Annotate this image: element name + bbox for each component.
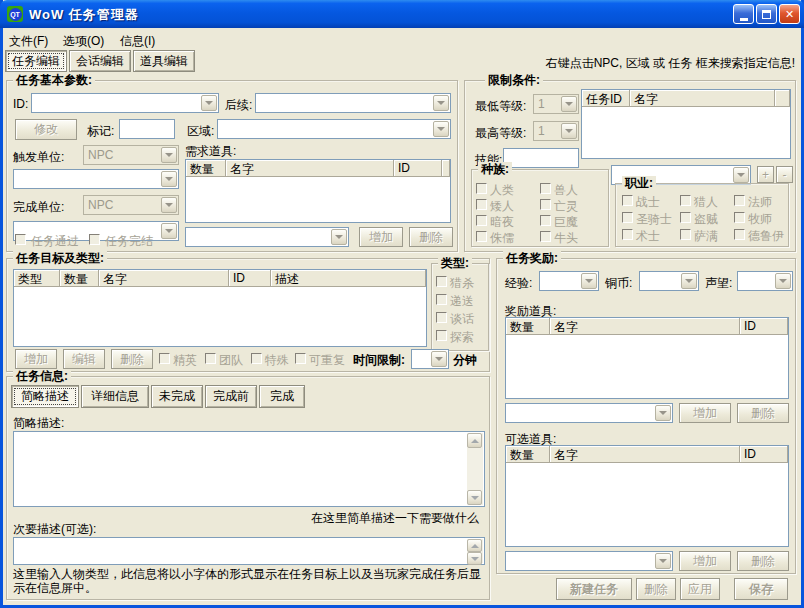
quest-id-combo[interactable]	[31, 93, 219, 113]
apply-button[interactable]: 应用	[680, 578, 720, 600]
info-tab-incomplete[interactable]: 未完成	[151, 385, 203, 408]
class-warrior-checkbox[interactable]	[622, 195, 633, 206]
race-orc-checkbox[interactable]	[540, 183, 551, 194]
race-human-checkbox[interactable]	[476, 183, 487, 194]
scroll-down-icon[interactable]	[467, 552, 482, 565]
menu-file[interactable]: 文件(F)	[9, 33, 48, 50]
class-priest-checkbox[interactable]	[734, 212, 745, 223]
info-tab-complete[interactable]: 完成	[259, 385, 305, 408]
complete-type-combo[interactable]: NPC	[83, 195, 179, 215]
scrollbar[interactable]	[467, 433, 483, 505]
optional-item-add-button[interactable]: 增加	[679, 551, 731, 571]
race-gnome-checkbox[interactable]	[476, 231, 487, 242]
menu-info[interactable]: 信息(I)	[120, 33, 155, 50]
class-mage-checkbox[interactable]	[734, 195, 745, 206]
flag-repeatable-checkbox[interactable]	[295, 353, 306, 364]
reward-item-add-button[interactable]: 增加	[679, 403, 731, 423]
scroll-up-icon[interactable]	[467, 433, 482, 448]
class-hunter-checkbox[interactable]	[680, 195, 691, 206]
column-header-desc[interactable]: 描述	[271, 270, 426, 287]
save-button[interactable]: 保存	[734, 578, 788, 600]
objective-add-button[interactable]: 增加	[15, 349, 57, 369]
close-button[interactable]: ✕	[779, 4, 800, 24]
maximize-button[interactable]	[756, 4, 777, 24]
mark-input[interactable]	[119, 119, 175, 139]
objective-delete-button[interactable]: 删除	[111, 349, 153, 369]
type-talk-checkbox[interactable]	[436, 312, 447, 323]
objectives-table[interactable]: 类型 数量 名字 ID 描述	[13, 269, 427, 347]
new-quest-button[interactable]: 新建任务	[556, 578, 632, 600]
scrollbar[interactable]	[467, 539, 483, 563]
column-header-id[interactable]: ID	[394, 160, 442, 177]
class-druid-checkbox[interactable]	[734, 229, 745, 240]
required-item-delete-button[interactable]: 删除	[409, 227, 453, 247]
info-tab-brief[interactable]: 简略描述	[11, 385, 79, 408]
tab-item-edit[interactable]: 道具编辑	[133, 50, 195, 72]
next-quest-combo[interactable]	[255, 93, 451, 113]
brief-desc-textarea[interactable]	[13, 431, 485, 507]
column-header-name[interactable]: 名字	[630, 90, 775, 107]
column-header-id[interactable]: ID	[740, 446, 788, 463]
secondary-desc-textarea[interactable]	[13, 537, 485, 565]
column-header-qty[interactable]: 数量	[506, 318, 550, 335]
race-dwarf-checkbox[interactable]	[476, 199, 487, 210]
column-header-quest-id[interactable]: 任务ID	[582, 90, 630, 107]
type-kill-checkbox[interactable]	[436, 276, 447, 287]
modify-button[interactable]: 修改	[15, 119, 77, 140]
column-header-type[interactable]: 类型	[14, 270, 60, 287]
scroll-down-icon[interactable]	[467, 490, 482, 505]
column-header-name[interactable]: 名字	[226, 160, 394, 177]
column-header-qty[interactable]: 数量	[506, 446, 550, 463]
objective-edit-button[interactable]: 编辑	[63, 349, 105, 369]
column-header-id[interactable]: ID	[740, 318, 788, 335]
exp-combo[interactable]	[539, 271, 599, 291]
column-header-name[interactable]: 名字	[99, 270, 229, 287]
tab-dialog-edit[interactable]: 会话编辑	[69, 50, 131, 72]
reputation-combo[interactable]	[737, 271, 793, 291]
info-tab-details[interactable]: 详细信息	[81, 385, 149, 408]
title-bar[interactable]: QT WoW 任务管理器 ✕	[0, 0, 804, 28]
max-level-spinner[interactable]: 1	[533, 121, 579, 141]
reward-item-select-combo[interactable]	[505, 403, 673, 423]
flag-special-checkbox[interactable]	[251, 353, 262, 364]
prereq-remove-button[interactable]: -	[776, 166, 793, 183]
reward-item-delete-button[interactable]: 删除	[737, 403, 789, 423]
class-warlock-checkbox[interactable]	[622, 229, 633, 240]
copper-combo[interactable]	[639, 271, 699, 291]
skill-input[interactable]	[503, 148, 579, 168]
delete-quest-button[interactable]: 删除	[636, 578, 676, 600]
trigger-npc-combo[interactable]	[13, 169, 179, 189]
required-items-table[interactable]: 数量 名字 ID	[185, 159, 451, 223]
zone-combo[interactable]	[217, 119, 451, 139]
minimize-button[interactable]	[733, 4, 754, 24]
race-undead-checkbox[interactable]	[540, 199, 551, 210]
class-paladin-checkbox[interactable]	[622, 212, 633, 223]
flag-raid-checkbox[interactable]	[205, 353, 216, 364]
class-shaman-checkbox[interactable]	[680, 229, 691, 240]
column-header-id[interactable]: ID	[229, 270, 271, 287]
menu-options[interactable]: 选项(O)	[63, 33, 104, 50]
trigger-type-combo[interactable]: NPC	[83, 145, 179, 165]
class-rogue-checkbox[interactable]	[680, 212, 691, 223]
column-header-qty[interactable]: 数量	[60, 270, 99, 287]
reward-items-table[interactable]: 数量 名字 ID	[505, 317, 789, 399]
min-level-spinner[interactable]: 1	[533, 94, 579, 114]
race-nightelf-checkbox[interactable]	[476, 215, 487, 226]
type-explore-checkbox[interactable]	[436, 330, 447, 341]
info-tab-before-complete[interactable]: 完成前	[205, 385, 257, 408]
prereq-quest-table[interactable]: 任务ID 名字	[581, 89, 791, 159]
optional-item-select-combo[interactable]	[505, 551, 673, 571]
race-troll-checkbox[interactable]	[540, 215, 551, 226]
column-header-name[interactable]: 名字	[550, 318, 740, 335]
column-header-name[interactable]: 名字	[550, 446, 740, 463]
required-item-select-combo[interactable]	[185, 227, 349, 247]
optional-items-table[interactable]: 数量 名字 ID	[505, 445, 789, 547]
scroll-up-icon[interactable]	[467, 539, 482, 552]
quest-pass-checkbox[interactable]	[15, 234, 26, 245]
required-item-add-button[interactable]: 增加	[359, 227, 403, 247]
race-tauren-checkbox[interactable]	[540, 231, 551, 242]
optional-item-delete-button[interactable]: 删除	[737, 551, 789, 571]
type-deliver-checkbox[interactable]	[436, 294, 447, 305]
time-limit-spinner[interactable]	[411, 349, 449, 369]
tab-quest-edit[interactable]: 任务编辑	[5, 50, 67, 72]
